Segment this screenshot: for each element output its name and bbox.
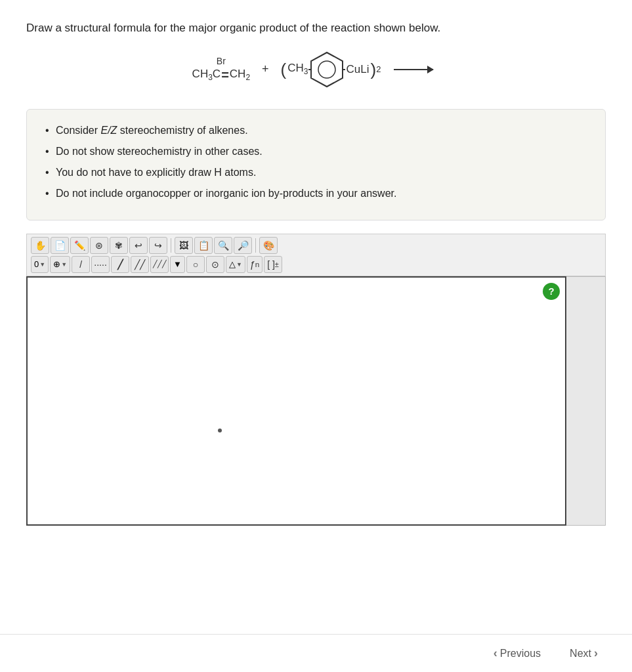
bond-angle-dropdown[interactable]: ▼ — [170, 256, 185, 273]
shape-dropdown[interactable]: △ ▼ — [226, 256, 245, 273]
separator-2 — [255, 238, 256, 253]
next-label: Next — [570, 648, 591, 660]
bold-bond-tool[interactable]: ╱ — [111, 256, 129, 273]
previous-button[interactable]: ‹ Previous — [479, 640, 555, 667]
copy-tool[interactable]: 📋 — [194, 237, 213, 254]
double-bond-tool[interactable]: ╱╱ — [131, 256, 149, 273]
single-bond-tool[interactable]: / — [72, 256, 90, 273]
reactant1-formula: CH3C = CH2 — [192, 68, 250, 83]
previous-label: Previous — [500, 648, 541, 660]
circle-tool[interactable]: ○ — [186, 256, 205, 273]
redo-tool[interactable]: ↪ — [149, 237, 167, 254]
drawing-area: ? — [26, 276, 606, 526]
bond-type-dropdown[interactable]: ⊕ ▼ — [50, 256, 70, 273]
reaction-arrow — [394, 69, 433, 70]
drawing-canvas[interactable]: ? — [26, 276, 566, 526]
question-text: Draw a structural formula for the major … — [26, 20, 606, 37]
svg-marker-0 — [311, 52, 343, 87]
color-tool[interactable]: 🎨 — [259, 237, 278, 254]
bracket-tool[interactable]: [ ]± — [264, 256, 282, 273]
dotted-bond-tool[interactable]: ····· — [91, 256, 110, 273]
chemical-equation: Br CH3C = CH2 + ( CH3 CuL — [26, 50, 606, 89]
hint-3: You do not have to explicitly draw H ato… — [43, 165, 589, 180]
ring-tool[interactable]: ⊛ — [90, 237, 108, 254]
image-tool[interactable]: 🖼 — [175, 237, 193, 254]
hint-2: Do not show stereochemistry in other cas… — [43, 144, 589, 159]
hints-list: Consider E/Z stereochemistry of alkenes.… — [43, 123, 589, 201]
triple-bond-tool[interactable]: ╱╱╱ — [150, 256, 169, 273]
bottom-navigation: ‹ Previous Next › — [0, 634, 632, 672]
reactant1-superscript: Br — [217, 56, 226, 66]
hand-tool[interactable]: ✋ — [31, 237, 49, 254]
benzene-ring — [308, 50, 345, 89]
separator-1 — [171, 238, 171, 253]
toolbar-row-2: 0 ▼ ⊕ ▼ / ····· ╱ ╱╱ ╱╱╱ ▼ ○ ⊙ △ ▼ ƒn [ … — [31, 256, 601, 273]
plus-sign: + — [262, 62, 269, 76]
pencil-tool[interactable]: ✏️ — [70, 237, 89, 254]
atom-dropdown[interactable]: 0 ▼ — [31, 256, 49, 273]
freehand-tool[interactable]: ✾ — [110, 237, 128, 254]
next-button[interactable]: Next › — [555, 640, 612, 667]
svg-point-1 — [318, 61, 335, 78]
reactant2: ( CH3 CuLi ) 2 — [281, 50, 381, 89]
sn-tool[interactable]: ƒn — [247, 256, 263, 273]
hint-4: Do not include organocopper or inorganic… — [43, 186, 589, 201]
previous-chevron: ‹ — [494, 646, 497, 660]
reactant1: Br CH3C = CH2 — [192, 56, 250, 83]
toolbar-row-1: ✋ 📄 ✏️ ⊛ ✾ ↩ ↪ 🖼 📋 🔍 🔎 🎨 — [31, 237, 601, 254]
new-document-tool[interactable]: 📄 — [51, 237, 69, 254]
drawing-toolbar: ✋ 📄 ✏️ ⊛ ✾ ↩ ↪ 🖼 📋 🔍 🔎 🎨 0 ▼ ⊕ ▼ — [26, 234, 606, 276]
circle-inner-tool[interactable]: ⊙ — [206, 256, 224, 273]
zoom-out-tool[interactable]: 🔎 — [234, 237, 252, 254]
help-button[interactable]: ? — [543, 283, 560, 300]
next-chevron: › — [594, 646, 598, 660]
hints-box: Consider E/Z stereochemistry of alkenes.… — [26, 109, 606, 220]
right-panel — [566, 276, 606, 526]
undo-tool[interactable]: ↩ — [129, 237, 148, 254]
canvas-dot — [218, 429, 222, 432]
zoom-in-tool[interactable]: 🔍 — [214, 237, 232, 254]
hint-1: Consider E/Z stereochemistry of alkenes. — [43, 123, 589, 138]
